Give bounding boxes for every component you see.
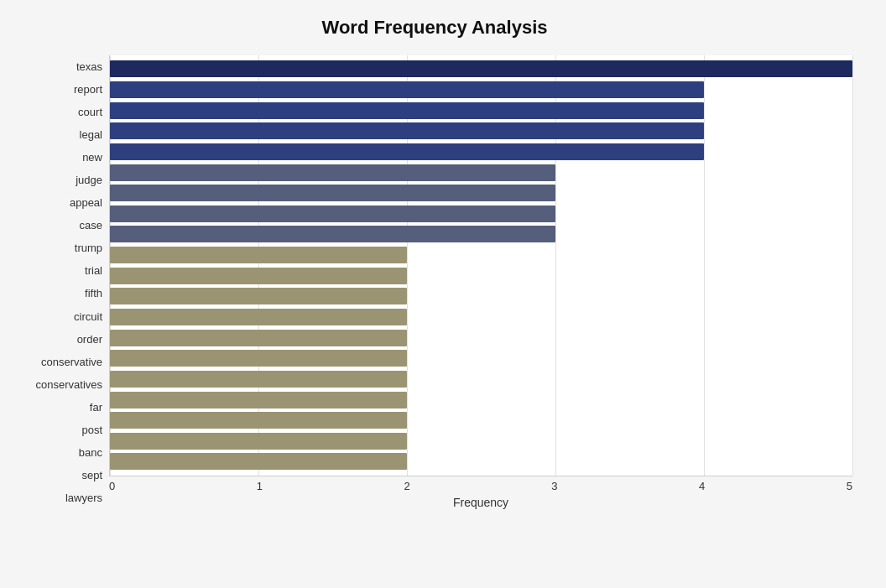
chart-title: Word Frequency Analysis [17, 17, 852, 39]
y-label-far: far [17, 396, 102, 419]
x-tick-4: 4 [699, 480, 705, 492]
y-label-order: order [17, 328, 102, 351]
bar-row-legal [110, 122, 852, 140]
y-label-sept: sept [17, 464, 102, 487]
bar-legal [110, 122, 704, 139]
bar-row-order [110, 308, 852, 326]
bar-lawyers [110, 453, 407, 470]
bar-judge [110, 164, 555, 181]
x-axis: 012345 [109, 476, 852, 492]
bar-row-fifth [110, 267, 852, 285]
y-label-legal: legal [17, 123, 102, 146]
bar-row-banc [110, 411, 852, 429]
y-label-court: court [17, 101, 102, 123]
y-label-conservative: conservative [17, 351, 102, 373]
bar-far [110, 371, 407, 388]
bar-row-far [110, 370, 852, 388]
bar-row-judge [110, 164, 852, 182]
chart-container: Word Frequency Analysis texasreportcourt… [0, 0, 886, 588]
bars-wrapper [110, 55, 852, 476]
bar-conservative [110, 330, 407, 346]
bar-post [110, 392, 407, 408]
bar-row-court [110, 101, 852, 120]
x-tick-3: 3 [551, 480, 557, 492]
bar-row-conservatives [110, 349, 852, 367]
bar-row-new [110, 143, 852, 161]
bar-row-case [110, 205, 852, 223]
y-label-case: case [17, 214, 102, 237]
y-label-report: report [17, 78, 102, 101]
bar-row-lawyers [110, 452, 852, 471]
x-tick-1: 1 [257, 480, 263, 492]
x-tick-0: 0 [109, 480, 115, 492]
bar-appeal [110, 185, 555, 201]
bar-row-post [110, 391, 852, 409]
y-labels: texasreportcourtlegalnewjudgeappealcaset… [17, 55, 109, 509]
bar-row-trump [110, 225, 852, 243]
y-label-texas: texas [17, 55, 102, 78]
bar-new [110, 143, 704, 160]
x-tick-5: 5 [847, 480, 852, 492]
bar-row-report [110, 81, 852, 99]
y-label-trial: trial [17, 259, 102, 282]
bar-row-trial [110, 246, 852, 264]
bar-row-circuit [110, 287, 852, 305]
y-label-trump: trump [17, 237, 102, 259]
bar-circuit [110, 288, 407, 304]
y-label-banc: banc [17, 441, 102, 464]
y-label-post: post [17, 419, 102, 441]
y-label-appeal: appeal [17, 191, 102, 214]
x-axis-title: Frequency [109, 496, 852, 509]
bar-fifth [110, 268, 407, 284]
bar-row-texas [110, 60, 852, 78]
y-label-new: new [17, 146, 102, 169]
bars-section [109, 55, 852, 476]
bar-row-sept [110, 432, 852, 450]
bar-trial [110, 247, 407, 263]
bar-court [110, 102, 704, 119]
bar-sept [110, 433, 407, 450]
bar-case [110, 206, 555, 222]
chart-area: texasreportcourtlegalnewjudgeappealcaset… [17, 55, 852, 509]
bar-banc [110, 412, 407, 429]
bar-row-appeal [110, 184, 852, 202]
bar-row-conservative [110, 329, 852, 347]
bar-report [110, 81, 704, 98]
x-tick-2: 2 [404, 480, 410, 492]
bar-order [110, 309, 407, 325]
grid-line-5 [852, 55, 853, 476]
bar-texas [110, 60, 852, 77]
bar-conservatives [110, 350, 407, 367]
y-label-circuit: circuit [17, 305, 102, 328]
y-label-fifth: fifth [17, 282, 102, 304]
y-label-lawyers: lawyers [17, 487, 102, 509]
y-label-judge: judge [17, 169, 102, 191]
bar-trump [110, 226, 555, 242]
bars-and-x: 012345 Frequency [109, 55, 852, 509]
y-label-conservatives: conservatives [17, 373, 102, 396]
